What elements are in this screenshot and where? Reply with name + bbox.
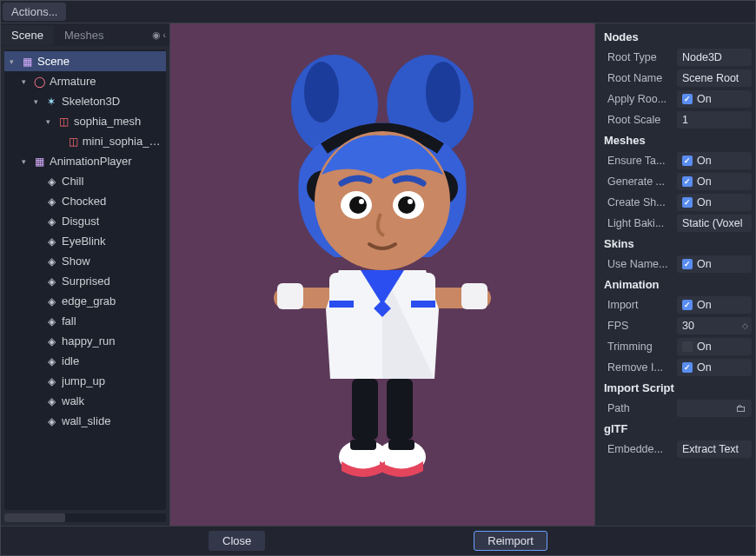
prop-label: Root Type [607, 51, 677, 63]
svg-rect-20 [329, 301, 354, 308]
tree-node[interactable]: ▸◈EyeBlink [4, 231, 166, 251]
prop-root-type: Root Type Node3D [599, 47, 755, 68]
scrollbar-thumb[interactable] [4, 513, 65, 522]
svg-rect-22 [352, 379, 378, 440]
tree-node[interactable]: ▸◫mini_sophia_noik_0 [4, 131, 166, 151]
chevron-left-icon[interactable]: ‹ [162, 30, 166, 41]
checkbox-on-icon [682, 300, 693, 310]
tab-scene[interactable]: Scene [1, 25, 54, 45]
tree-node[interactable]: ▸◈idle [4, 351, 166, 371]
svg-point-10 [398, 196, 415, 214]
svg-point-12 [408, 199, 413, 204]
tree-node[interactable]: ▸◈happy_run [4, 331, 166, 351]
create-shadow-checkbox[interactable]: On [677, 194, 752, 211]
import-dialog: Actions... Scene Meshes ◉ ‹ ▾▦Scene▾◯Arm… [0, 0, 756, 556]
use-named-skins-checkbox[interactable]: On [677, 255, 752, 273]
clip-icon: ◈ [44, 334, 58, 348]
folder-icon[interactable]: 🗀 [736, 402, 746, 414]
svg-rect-21 [411, 301, 435, 308]
tree-node[interactable]: ▾◫sophia_mesh [4, 111, 166, 131]
mesh-icon: ◫ [67, 135, 78, 149]
ensure-tangents-checkbox[interactable]: On [677, 152, 752, 169]
root-scale-field[interactable]: 1 [677, 111, 752, 129]
prop-label: Use Name... [607, 258, 677, 270]
tree-node-label: walk [62, 394, 84, 407]
tree-hscrollbar[interactable] [4, 513, 166, 522]
clip-icon: ◈ [44, 394, 58, 408]
checkbox-on-icon [682, 197, 693, 208]
reimport-button[interactable]: Reimport [474, 531, 547, 551]
anim-import-checkbox[interactable]: On [677, 296, 752, 314]
expander-icon[interactable]: ▾ [10, 57, 18, 66]
prop-label: Create Sh... [607, 196, 677, 208]
tree-node[interactable]: ▾▦AnimationPlayer [4, 151, 166, 171]
tree-node[interactable]: ▸◈Show [4, 251, 166, 271]
expander-icon[interactable]: ▾ [22, 77, 30, 86]
svg-rect-27 [388, 440, 414, 450]
tree-node[interactable]: ▸◈jump_up [4, 371, 166, 391]
tab-meshes[interactable]: Meshes [54, 25, 115, 45]
tree-node[interactable]: ▾✶Skeleton3D [4, 91, 166, 111]
clip-icon: ◈ [44, 414, 58, 428]
generate-lods-checkbox[interactable]: On [677, 173, 752, 190]
tree-node-label: edge_grab [62, 295, 116, 308]
svg-rect-26 [350, 440, 376, 450]
section-gltf: glTF [599, 419, 755, 439]
eye-icon[interactable]: ◉ [152, 30, 161, 41]
tree-node-label: happy_run [62, 334, 115, 348]
remove-immutable-checkbox[interactable]: On [677, 359, 752, 376]
prop-label: FPS [607, 320, 677, 332]
scene-icon: ▦ [32, 155, 46, 169]
root-name-field[interactable]: Scene Root [677, 70, 752, 87]
tree-node-label: mini_sophia_noik_0 [83, 135, 166, 148]
clip-icon: ◈ [44, 215, 58, 228]
tree-node[interactable]: ▸◈edge_grab [4, 291, 166, 311]
tree-node-label: fall [62, 314, 76, 328]
fps-spinner[interactable]: 30 [677, 317, 752, 334]
prop-label: Generate ... [607, 175, 677, 188]
armature-icon: ◯ [32, 75, 46, 89]
tree-node[interactable]: ▸◈Disgust [4, 211, 166, 231]
section-animation: Animation [599, 275, 755, 295]
tree-node-label: Show [62, 255, 90, 268]
tree-node[interactable]: ▸◈walk [4, 391, 166, 411]
tree-node[interactable]: ▾◯Armature [4, 71, 166, 91]
topbar: Actions... [1, 1, 755, 23]
skel-icon: ✶ [44, 95, 58, 109]
section-nodes: Nodes [599, 27, 755, 47]
mesh-icon: ◫ [56, 115, 70, 129]
apply-root-checkbox[interactable]: On [677, 90, 752, 108]
svg-rect-23 [387, 379, 413, 440]
tree-node[interactable]: ▸◈Surprised [4, 271, 166, 291]
script-path-field[interactable]: 🗀 [677, 400, 752, 417]
tree-node[interactable]: ▸◈Chocked [4, 191, 166, 211]
root-type-field[interactable]: Node3D [677, 49, 752, 66]
tree-node[interactable]: ▸◈Chill [4, 171, 166, 191]
svg-point-9 [349, 196, 367, 214]
tree-node[interactable]: ▸◈fall [4, 311, 166, 331]
tree-node[interactable]: ▾▦Scene [4, 51, 166, 71]
expander-icon[interactable]: ▾ [46, 117, 55, 126]
embedded-image-dropdown[interactable]: Extract Text [677, 440, 752, 458]
expander-icon[interactable]: ▾ [22, 157, 30, 166]
svg-rect-15 [277, 283, 303, 309]
svg-point-11 [359, 199, 364, 204]
prop-root-scale: Root Scale 1 [599, 109, 755, 130]
viewport-3d[interactable] [170, 23, 594, 526]
prop-label: Trimming [607, 341, 677, 353]
actions-menu-button[interactable]: Actions... [3, 3, 66, 21]
clip-icon: ◈ [44, 374, 58, 388]
tree-node-label: AnimationPlayer [50, 155, 132, 168]
prop-apply-root: Apply Roo... On [599, 89, 755, 109]
expander-icon[interactable]: ▾ [34, 97, 43, 106]
close-button[interactable]: Close [209, 531, 265, 551]
trimming-checkbox[interactable]: On [677, 338, 752, 355]
scene-tree[interactable]: ▾▦Scene▾◯Armature▾✶Skeleton3D▾◫sophia_me… [4, 50, 166, 510]
tree-node-label: EyeBlink [62, 235, 106, 248]
dialog-body: Scene Meshes ◉ ‹ ▾▦Scene▾◯Armature▾✶Skel… [1, 23, 755, 526]
tree-node-label: Armature [50, 75, 96, 88]
tree-node-label: sophia_mesh [74, 115, 141, 128]
dialog-buttons: Close Reimport [1, 526, 755, 555]
tree-node[interactable]: ▸◈wall_slide [4, 411, 166, 431]
light-baking-dropdown[interactable]: Static (Voxel [677, 215, 752, 232]
